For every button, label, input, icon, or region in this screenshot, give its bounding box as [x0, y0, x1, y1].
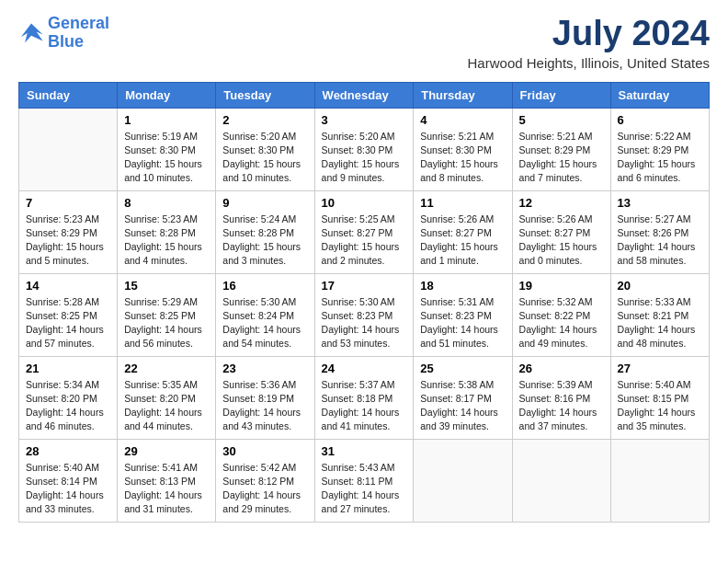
day-detail: Sunrise: 5:41 AMSunset: 8:13 PMDaylight:…: [124, 461, 209, 517]
day-detail: Sunrise: 5:19 AMSunset: 8:30 PMDaylight:…: [124, 130, 209, 186]
calendar-cell: 11Sunrise: 5:26 AMSunset: 8:27 PMDayligh…: [414, 190, 512, 273]
day-detail: Sunrise: 5:35 AMSunset: 8:20 PMDaylight:…: [124, 378, 209, 434]
calendar-cell: [414, 439, 512, 522]
day-detail: Sunrise: 5:30 AMSunset: 8:23 PMDaylight:…: [322, 295, 407, 351]
calendar-cell: 30Sunrise: 5:42 AMSunset: 8:12 PMDayligh…: [216, 439, 314, 522]
day-number: 9: [222, 196, 307, 210]
day-detail: Sunrise: 5:20 AMSunset: 8:30 PMDaylight:…: [222, 130, 307, 186]
day-number: 27: [618, 362, 702, 375]
day-detail: Sunrise: 5:39 AMSunset: 8:16 PMDaylight:…: [519, 378, 604, 434]
day-detail: Sunrise: 5:33 AMSunset: 8:21 PMDaylight:…: [618, 295, 702, 351]
day-detail: Sunrise: 5:36 AMSunset: 8:19 PMDaylight:…: [222, 378, 307, 434]
calendar-cell: 15Sunrise: 5:29 AMSunset: 8:25 PMDayligh…: [118, 273, 216, 356]
day-number: 12: [519, 196, 604, 210]
calendar-cell: 4Sunrise: 5:21 AMSunset: 8:30 PMDaylight…: [414, 108, 512, 190]
day-number: 19: [519, 279, 604, 293]
day-detail: Sunrise: 5:25 AMSunset: 8:27 PMDaylight:…: [322, 213, 407, 269]
calendar-cell: 23Sunrise: 5:36 AMSunset: 8:19 PMDayligh…: [216, 356, 314, 439]
calendar-week-row: 14Sunrise: 5:28 AMSunset: 8:25 PMDayligh…: [19, 273, 710, 356]
day-detail: Sunrise: 5:30 AMSunset: 8:24 PMDaylight:…: [222, 295, 307, 351]
calendar-week-row: 21Sunrise: 5:34 AMSunset: 8:20 PMDayligh…: [19, 356, 710, 439]
day-number: 28: [26, 444, 110, 458]
header-saturday: Saturday: [610, 82, 709, 108]
header-tuesday: Tuesday: [216, 82, 314, 108]
day-number: 24: [322, 362, 407, 375]
day-number: 30: [222, 444, 307, 458]
day-detail: Sunrise: 5:26 AMSunset: 8:27 PMDaylight:…: [420, 213, 505, 269]
header-sunday: Sunday: [19, 82, 118, 108]
day-number: 17: [322, 279, 407, 293]
calendar-week-row: 7Sunrise: 5:23 AMSunset: 8:29 PMDaylight…: [19, 190, 710, 273]
day-number: 31: [322, 444, 407, 458]
day-detail: Sunrise: 5:38 AMSunset: 8:17 PMDaylight:…: [420, 378, 505, 434]
calendar-cell: 9Sunrise: 5:24 AMSunset: 8:28 PMDaylight…: [216, 190, 314, 273]
header-monday: Monday: [118, 82, 216, 108]
day-detail: Sunrise: 5:23 AMSunset: 8:28 PMDaylight:…: [124, 213, 209, 269]
day-number: 13: [618, 196, 702, 210]
calendar-cell: [512, 439, 610, 522]
day-number: 4: [420, 113, 505, 127]
month-year-title: July 2024: [468, 15, 710, 53]
calendar-week-row: 1Sunrise: 5:19 AMSunset: 8:30 PMDaylight…: [19, 108, 710, 190]
logo-blue: Blue: [48, 32, 84, 51]
day-number: 11: [420, 196, 505, 210]
day-detail: Sunrise: 5:43 AMSunset: 8:11 PMDaylight:…: [322, 461, 407, 517]
calendar-cell: 29Sunrise: 5:41 AMSunset: 8:13 PMDayligh…: [118, 439, 216, 522]
calendar-table: SundayMondayTuesdayWednesdayThursdayFrid…: [18, 82, 710, 523]
day-number: 26: [519, 362, 604, 375]
calendar-cell: 10Sunrise: 5:25 AMSunset: 8:27 PMDayligh…: [314, 190, 414, 273]
calendar-cell: 27Sunrise: 5:40 AMSunset: 8:15 PMDayligh…: [610, 356, 709, 439]
day-number: 16: [222, 279, 307, 293]
calendar-cell: 17Sunrise: 5:30 AMSunset: 8:23 PMDayligh…: [314, 273, 414, 356]
calendar-cell: [610, 439, 709, 522]
day-detail: Sunrise: 5:31 AMSunset: 8:23 PMDaylight:…: [420, 295, 505, 351]
day-detail: Sunrise: 5:40 AMSunset: 8:14 PMDaylight:…: [26, 461, 110, 517]
day-number: 23: [222, 362, 307, 375]
calendar-cell: 3Sunrise: 5:20 AMSunset: 8:30 PMDaylight…: [314, 108, 414, 190]
calendar-cell: 5Sunrise: 5:21 AMSunset: 8:29 PMDaylight…: [512, 108, 610, 190]
day-number: 6: [618, 113, 702, 127]
calendar-cell: 1Sunrise: 5:19 AMSunset: 8:30 PMDaylight…: [118, 108, 216, 190]
day-number: 15: [124, 279, 209, 293]
day-detail: Sunrise: 5:21 AMSunset: 8:29 PMDaylight:…: [519, 130, 604, 186]
svg-marker-0: [21, 23, 43, 42]
calendar-cell: 12Sunrise: 5:26 AMSunset: 8:27 PMDayligh…: [512, 190, 610, 273]
day-detail: Sunrise: 5:28 AMSunset: 8:25 PMDaylight:…: [26, 295, 110, 351]
day-detail: Sunrise: 5:34 AMSunset: 8:20 PMDaylight:…: [26, 378, 110, 434]
page-header: General Blue July 2024 Harwood Heights, …: [18, 15, 710, 71]
day-number: 7: [26, 196, 110, 210]
location-subtitle: Harwood Heights, Illinois, United States: [468, 55, 710, 71]
logo-icon: [18, 20, 44, 46]
header-friday: Friday: [512, 82, 610, 108]
calendar-header-row: SundayMondayTuesdayWednesdayThursdayFrid…: [19, 82, 710, 108]
day-detail: Sunrise: 5:22 AMSunset: 8:29 PMDaylight:…: [618, 130, 702, 186]
day-number: 3: [322, 113, 407, 127]
day-detail: Sunrise: 5:21 AMSunset: 8:30 PMDaylight:…: [420, 130, 505, 186]
calendar-cell: 6Sunrise: 5:22 AMSunset: 8:29 PMDaylight…: [610, 108, 709, 190]
calendar-cell: 22Sunrise: 5:35 AMSunset: 8:20 PMDayligh…: [118, 356, 216, 439]
day-number: 1: [124, 113, 209, 127]
day-detail: Sunrise: 5:20 AMSunset: 8:30 PMDaylight:…: [322, 130, 407, 186]
calendar-week-row: 28Sunrise: 5:40 AMSunset: 8:14 PMDayligh…: [19, 439, 710, 522]
calendar-cell: 7Sunrise: 5:23 AMSunset: 8:29 PMDaylight…: [19, 190, 118, 273]
day-detail: Sunrise: 5:32 AMSunset: 8:22 PMDaylight:…: [519, 295, 604, 351]
title-area: July 2024 Harwood Heights, Illinois, Uni…: [468, 15, 710, 71]
header-wednesday: Wednesday: [314, 82, 414, 108]
day-detail: Sunrise: 5:23 AMSunset: 8:29 PMDaylight:…: [26, 213, 110, 269]
logo-text: General Blue: [48, 15, 109, 52]
logo: General Blue: [18, 15, 109, 52]
day-number: 5: [519, 113, 604, 127]
day-detail: Sunrise: 5:26 AMSunset: 8:27 PMDaylight:…: [519, 213, 604, 269]
calendar-cell: 2Sunrise: 5:20 AMSunset: 8:30 PMDaylight…: [216, 108, 314, 190]
day-detail: Sunrise: 5:24 AMSunset: 8:28 PMDaylight:…: [222, 213, 307, 269]
calendar-cell: [19, 108, 118, 190]
day-number: 10: [322, 196, 407, 210]
calendar-cell: 25Sunrise: 5:38 AMSunset: 8:17 PMDayligh…: [414, 356, 512, 439]
calendar-cell: 21Sunrise: 5:34 AMSunset: 8:20 PMDayligh…: [19, 356, 118, 439]
calendar-cell: 16Sunrise: 5:30 AMSunset: 8:24 PMDayligh…: [216, 273, 314, 356]
day-number: 22: [124, 362, 209, 375]
day-number: 21: [26, 362, 110, 375]
logo-general: General: [48, 14, 109, 32]
day-number: 2: [222, 113, 307, 127]
day-detail: Sunrise: 5:29 AMSunset: 8:25 PMDaylight:…: [124, 295, 209, 351]
